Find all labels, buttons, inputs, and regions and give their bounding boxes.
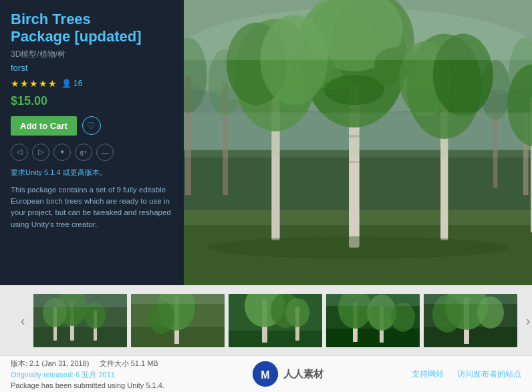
- product-price: $15.00: [11, 94, 173, 108]
- svg-point-43: [208, 236, 508, 259]
- rating-count: 👤 16: [61, 79, 82, 88]
- social-forward-button[interactable]: ▷: [32, 144, 49, 161]
- unity-requirement: 要求Unity 5.1.4 或更高版本。: [11, 168, 173, 178]
- publisher-site-link[interactable]: 访问发布者的站点: [457, 369, 521, 380]
- star-rating: ★★★★★: [11, 78, 57, 89]
- watermark-text: 人人素材: [283, 368, 323, 381]
- share-icon: —: [102, 148, 109, 156]
- svg-rect-75: [326, 294, 420, 306]
- twitter-icon: ✦: [59, 148, 65, 156]
- product-author[interactable]: forst: [11, 63, 173, 73]
- svg-rect-62: [229, 331, 322, 347]
- thumbnail-2[interactable]: [131, 294, 225, 347]
- thumb-prev-button[interactable]: ‹: [16, 314, 29, 327]
- footer-release: Originally released: 6 五月 2011: [11, 370, 164, 380]
- watermark: M 人人素材: [253, 361, 323, 387]
- title-line1: Birch Trees: [11, 11, 91, 27]
- svg-rect-82: [424, 294, 517, 304]
- gplus-icon: g+: [80, 149, 87, 156]
- svg-rect-45: [184, 0, 532, 60]
- product-category: 3D模型/植物/树: [11, 49, 173, 60]
- svg-rect-60: [131, 294, 225, 304]
- thumb-next-button[interactable]: ›: [521, 314, 532, 327]
- back-icon: ◁: [17, 148, 22, 156]
- heart-icon: ♡: [87, 120, 96, 131]
- main-image: [184, 0, 532, 285]
- unity-req-suffix: 或更高版本。: [61, 168, 107, 176]
- svg-rect-54: [33, 294, 127, 307]
- svg-rect-47: [33, 327, 127, 347]
- rating-row: ★★★★★ 👤 16: [11, 78, 173, 89]
- thumbnail-5[interactable]: [424, 294, 517, 347]
- main-container: Birch Trees Package [updated] 3D模型/植物/树 …: [0, 0, 532, 392]
- svg-rect-20: [349, 162, 360, 163]
- title-line2: Package [updated]: [11, 28, 142, 45]
- svg-point-67: [285, 298, 309, 327]
- svg-rect-77: [424, 327, 517, 347]
- person-icon: 👤: [61, 79, 72, 88]
- product-description: This package contains a set of 9 fully e…: [11, 184, 173, 230]
- thumbnail-strip: ‹: [0, 285, 532, 355]
- thumbnail-images: [33, 294, 517, 347]
- social-share-button[interactable]: —: [96, 144, 114, 161]
- thumbnail-1[interactable]: [33, 294, 127, 347]
- svg-text:M: M: [261, 369, 269, 381]
- svg-point-74: [391, 303, 415, 332]
- thumbnail-4[interactable]: [326, 294, 420, 347]
- footer-center: M 人人素材: [253, 361, 323, 387]
- social-gplus-button[interactable]: g+: [75, 144, 92, 161]
- sidebar: Birch Trees Package [updated] 3D模型/植物/树 …: [0, 0, 184, 285]
- thumbnail-3[interactable]: [229, 294, 322, 347]
- unity-req-text: 要求: [11, 168, 25, 176]
- footer: 版本: 2.1 (Jan 31, 2018) 文件大小 51.1 MB Orig…: [0, 355, 532, 392]
- wishlist-button[interactable]: ♡: [82, 116, 101, 135]
- chevron-right-icon: ›: [526, 313, 531, 329]
- footer-version: 版本: 2.1 (Jan 31, 2018) 文件大小 51.1 MB: [11, 359, 164, 369]
- watermark-logo: M: [253, 361, 278, 387]
- forward-icon: ▷: [38, 148, 43, 156]
- svg-point-59: [148, 301, 174, 334]
- social-row: ◁ ▷ ✦ g+ —: [11, 144, 173, 161]
- unity-req-link[interactable]: Unity 5.1.4: [25, 168, 61, 176]
- svg-rect-44: [184, 113, 532, 158]
- footer-unity: Package has been submitted using Unity 5…: [11, 381, 164, 389]
- svg-point-27: [324, 75, 384, 105]
- footer-info: 版本: 2.1 (Jan 31, 2018) 文件大小 51.1 MB Orig…: [11, 359, 164, 389]
- btn-row: Add to Cart ♡: [11, 116, 173, 136]
- add-to-cart-button[interactable]: Add to Cart: [11, 116, 77, 136]
- chevron-left-icon: ‹: [21, 313, 25, 329]
- social-twitter-button[interactable]: ✦: [53, 144, 71, 161]
- top-section: Birch Trees Package [updated] 3D模型/植物/树 …: [0, 0, 532, 285]
- product-title: Birch Trees Package [updated]: [11, 11, 173, 46]
- footer-links: 支持网站 访问发布者的站点: [412, 369, 521, 380]
- social-back-button[interactable]: ◁: [11, 144, 28, 161]
- tree-scene-svg: [184, 0, 532, 285]
- support-site-link[interactable]: 支持网站: [412, 369, 444, 380]
